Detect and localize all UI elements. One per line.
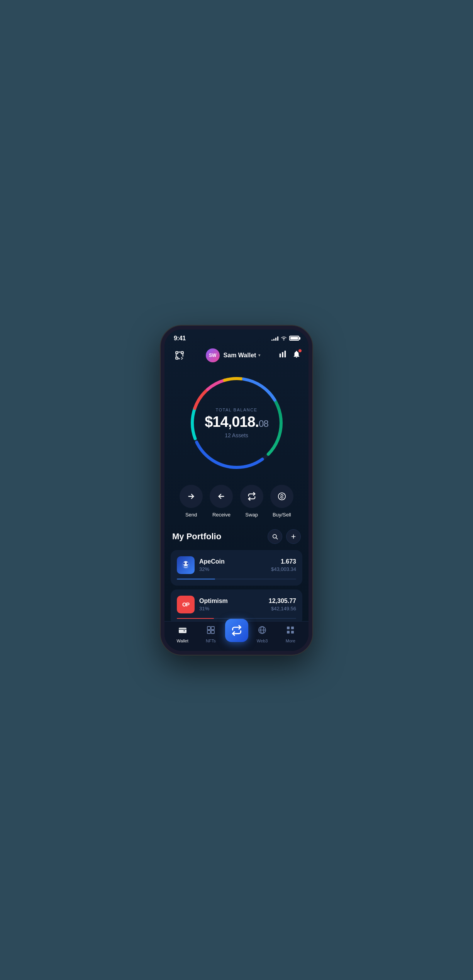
svg-rect-32 — [211, 627, 214, 630]
optimism-values: 12,305.77 $42,149.56 — [269, 598, 296, 611]
wifi-icon — [281, 335, 287, 341]
apecoin-pct: 32% — [199, 566, 266, 572]
signal-icon — [271, 336, 278, 341]
optimism-pct: 31% — [199, 606, 264, 611]
phone-frame: 9:41 — [161, 326, 312, 655]
avatar: SW — [206, 348, 220, 362]
svg-rect-9 — [285, 351, 286, 357]
nav-center[interactable] — [225, 627, 248, 642]
send-label: Send — [185, 512, 197, 518]
svg-rect-41 — [291, 631, 294, 634]
apecoin-amount: 1.673 — [271, 558, 296, 565]
svg-rect-33 — [207, 630, 210, 634]
optimism-name: Optimism — [199, 598, 264, 605]
web3-icon — [258, 625, 267, 637]
wallet-selector[interactable]: SW Sam Wallet ▾ — [206, 348, 261, 362]
more-icon — [286, 625, 295, 637]
svg-rect-8 — [282, 352, 283, 358]
portfolio-title: My Portfolio — [172, 532, 221, 542]
asset-card-apecoin[interactable]: ApeCoin 32% 1.673 $43,003.34 — [171, 550, 302, 586]
balance-ring: TOTAL BALANCE $14,018.08 12 Assets — [186, 373, 287, 473]
svg-line-22 — [276, 538, 278, 539]
status-time: 9:41 — [174, 335, 186, 342]
apecoin-name: ApeCoin — [199, 558, 266, 565]
optimism-info: Optimism 31% — [199, 598, 264, 611]
svg-rect-2 — [176, 357, 178, 359]
status-icons — [271, 335, 299, 341]
svg-rect-1 — [181, 352, 183, 353]
notch — [214, 329, 260, 343]
portfolio-actions — [268, 529, 301, 544]
nav-more[interactable]: More — [276, 625, 305, 643]
apecoin-usd: $43,003.34 — [271, 566, 296, 572]
more-nav-label: More — [286, 639, 295, 643]
nfts-icon — [206, 625, 215, 637]
buysell-button[interactable]: Buy/Sell — [270, 485, 293, 518]
notifications-button[interactable] — [292, 350, 301, 360]
swap-label: Swap — [245, 512, 258, 518]
apecoin-values: 1.673 $43,003.34 — [271, 558, 296, 572]
svg-rect-0 — [176, 352, 178, 353]
wallet-icon — [178, 625, 187, 637]
apecoin-info: ApeCoin 32% — [199, 558, 266, 572]
phone-screen: 9:41 — [164, 329, 309, 651]
wallet-nav-label: Wallet — [177, 639, 188, 643]
svg-rect-38 — [287, 627, 290, 629]
balance-cents: 08 — [259, 418, 268, 429]
balance-amount: $14,018.08 — [205, 414, 268, 429]
ring-content: TOTAL BALANCE $14,018.08 12 Assets — [205, 408, 268, 438]
nfts-nav-label: NFTs — [206, 639, 216, 643]
chevron-down-icon: ▾ — [258, 353, 260, 357]
receive-button[interactable]: Receive — [210, 485, 233, 518]
nav-wallet[interactable]: Wallet — [168, 625, 197, 643]
portfolio-header: My Portfolio — [171, 529, 302, 544]
battery-icon — [289, 336, 299, 341]
assets-count: 12 Assets — [205, 432, 268, 438]
send-button[interactable]: Send — [180, 485, 203, 518]
action-buttons: Send Receive — [164, 481, 309, 529]
nav-web3[interactable]: Web3 — [248, 625, 276, 643]
scan-icon — [172, 348, 187, 363]
wallet-name: Sam Wallet ▾ — [224, 352, 261, 359]
portfolio-section: My Portfolio — [164, 529, 309, 633]
svg-rect-39 — [291, 627, 294, 629]
balance-section: TOTAL BALANCE $14,018.08 12 Assets — [164, 369, 309, 481]
add-asset-button[interactable] — [286, 529, 301, 544]
svg-rect-29 — [179, 628, 186, 633]
svg-rect-7 — [280, 353, 281, 357]
search-button[interactable] — [268, 529, 282, 544]
header-right — [278, 350, 301, 360]
optimism-icon: OP — [177, 596, 195, 613]
header: SW Sam Wallet ▾ — [164, 345, 309, 369]
nav-nfts[interactable]: NFTs — [197, 625, 225, 643]
optimism-usd: $42,149.56 — [269, 606, 296, 611]
buysell-label: Buy/Sell — [273, 512, 291, 518]
center-swap-button[interactable] — [225, 619, 248, 642]
optimism-amount: 12,305.77 — [269, 598, 296, 605]
svg-rect-40 — [287, 631, 290, 634]
apecoin-progress-fill — [177, 579, 215, 579]
apecoin-progress-bar — [177, 579, 296, 579]
scan-button[interactable] — [172, 348, 188, 363]
svg-rect-34 — [211, 630, 214, 634]
bottom-nav: Wallet NFTs — [164, 621, 309, 651]
balance-label: TOTAL BALANCE — [205, 408, 268, 412]
swap-button[interactable]: Swap — [240, 485, 263, 518]
receive-label: Receive — [212, 512, 231, 518]
web3-nav-label: Web3 — [257, 639, 268, 643]
optimism-progress-fill — [177, 618, 214, 619]
svg-point-30 — [183, 630, 185, 631]
apecoin-icon — [177, 556, 195, 574]
chart-button[interactable] — [278, 350, 287, 360]
notification-badge — [298, 349, 302, 353]
svg-rect-31 — [207, 627, 210, 630]
